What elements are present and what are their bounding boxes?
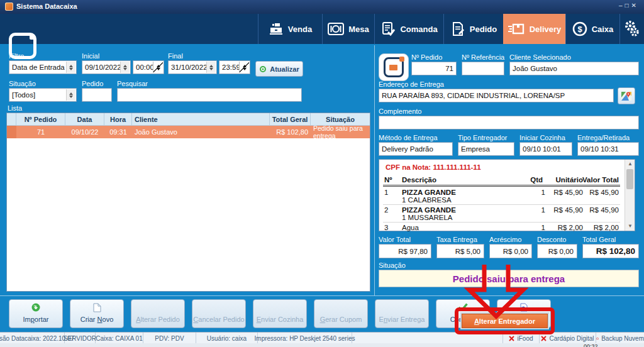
situacao-select[interactable]: [Todos] — [9, 88, 77, 102]
item-desc: PIZZA GRANDE — [402, 189, 456, 196]
col-data[interactable]: Data — [65, 113, 104, 126]
iniciar-cozinha-field[interactable]: 09/10 10:01 — [519, 142, 572, 156]
tab-delivery[interactable]: Delivery — [503, 14, 565, 44]
dollar-circle-icon: $ — [572, 21, 587, 36]
restore-icon[interactable]: □ — [625, 2, 631, 9]
tab-comanda[interactable]: Comanda — [374, 14, 443, 44]
cell-cliente[interactable]: João Gustavo — [132, 126, 270, 138]
time-spinner-icon[interactable] — [153, 62, 163, 73]
situacao-filter-value: [Todos] — [12, 91, 35, 99]
acrescimo-field: R$ 0,00 — [489, 244, 532, 258]
num-pedido-label: Nº Pedido — [411, 53, 442, 61]
referencia-field[interactable] — [462, 62, 504, 75]
status-usuario: Usuário: caixa — [196, 333, 258, 344]
criar-novo-button[interactable]: Criar Novo — [70, 299, 124, 328]
scroll-thumb[interactable] — [626, 169, 633, 189]
tab-caixa[interactable]: $ Caixa — [565, 14, 619, 44]
importar-button[interactable]: Importar — [9, 299, 63, 328]
iniciar-cozinha-label: Iniciar Cozinha — [519, 134, 565, 141]
metodo-label: Método de Entrega — [379, 134, 438, 141]
item-total: R$ 45,90 — [589, 189, 619, 196]
final-time-input[interactable]: 23:59 — [219, 60, 250, 74]
complemento-label: Complemento — [379, 107, 421, 115]
item-qtd: 1 — [541, 206, 545, 214]
cell-num-pedido[interactable]: 71 — [16, 126, 65, 138]
scroll-up-icon[interactable]: ▲ — [625, 160, 635, 168]
tab-mesa[interactable]: Mesa — [322, 14, 374, 44]
importar-label: Importar — [9, 316, 62, 323]
col-cliente[interactable]: Cliente — [132, 113, 270, 126]
num-pedido-field[interactable]: 71 — [411, 62, 457, 75]
tab-venda[interactable]: Venda — [258, 14, 322, 44]
col-hora[interactable]: Hora — [104, 113, 132, 126]
item-total: R$ 2,00 — [594, 224, 619, 231]
alterar-entregador-highlighted-button[interactable]: Alterar Entregador — [462, 314, 548, 328]
tab-label: Mesa — [348, 25, 369, 34]
endereco-label: Endereço de Entrega — [379, 80, 444, 88]
inicial-date-input[interactable]: 09/10/2022 — [82, 60, 131, 74]
title-bar: Sistema Datacaixa –□✕ — [0, 0, 644, 14]
endereco-field[interactable]: RUA PARAÍBA 893, CIDADE INDUSTRIAL, LORE… — [379, 89, 614, 102]
spinner-icon[interactable] — [66, 89, 75, 101]
final-label: Final — [168, 52, 183, 60]
enviar-cozinha-button[interactable]: Enviar Cozinha — [253, 299, 307, 328]
atualizar-label: Atualizar — [270, 65, 299, 73]
receipt-col-desc: Descrição — [402, 176, 436, 184]
clock-partial: 00:32 — [584, 343, 598, 347]
close-icon[interactable]: ✕ — [631, 2, 639, 9]
pesquisar-input[interactable] — [117, 88, 302, 102]
minimize-icon[interactable]: – — [619, 2, 625, 9]
tab-pedido[interactable]: Pedido — [443, 14, 503, 44]
inicial-time-input[interactable]: 00:00 — [133, 60, 164, 74]
metodo-field[interactable]: Delivery Padrão — [379, 142, 453, 156]
item-qtd: 1 — [541, 224, 545, 231]
open-map-button[interactable] — [618, 87, 635, 104]
col-situacao[interactable]: Situação — [311, 113, 370, 126]
receipt-col-qtd: Qtd — [530, 176, 543, 184]
delivery-box-icon — [508, 23, 525, 35]
status-spacer — [352, 333, 503, 344]
acrescimo-label: Acréscimo — [489, 236, 521, 243]
gerar-cupom-button[interactable]: Gerar Cupom — [314, 299, 368, 328]
cancelar-pedido-button[interactable]: Cancelar Pedido — [192, 299, 246, 328]
alterar-pedido-button[interactable]: Alterar Pedido — [131, 299, 185, 328]
cell-situacao[interactable]: Pedido saiu para entrega — [311, 126, 370, 138]
cliente-field[interactable]: João Gustavo — [509, 62, 639, 75]
order-logo-button[interactable] — [379, 53, 409, 81]
col-num-pedido[interactable]: Nº Pedido — [16, 113, 65, 126]
pedido-filter-input[interactable] — [82, 88, 112, 102]
enviar-cozinha-label: Enviar Cozinha — [253, 316, 306, 323]
new-document-icon — [93, 303, 101, 312]
status-pdv: PDV: PDV — [143, 333, 196, 344]
complemento-field[interactable] — [379, 116, 639, 129]
scroll-down-icon[interactable]: ▼ — [625, 222, 635, 231]
confirm-icon — [458, 303, 468, 311]
orders-list: Nº Pedido Data Hora Cliente Total Geral … — [6, 113, 370, 292]
filtro-select[interactable]: Data de Entrada — [9, 60, 77, 74]
time-spinner-icon[interactable] — [239, 62, 249, 73]
item-desc: Agua — [402, 224, 419, 231]
entrega-retirada-field[interactable]: 09/10 10:31 — [577, 142, 639, 156]
settings-button[interactable] — [619, 14, 644, 44]
spinner-icon[interactable] — [66, 62, 75, 73]
status-ifood: iFood — [503, 333, 540, 344]
final-date-input[interactable]: 31/10/2022 — [168, 60, 217, 74]
alterar-pedido-label: Alterar Pedido — [131, 316, 184, 323]
taxa-entrega-label: Taxa Entrega — [436, 236, 477, 243]
cell-data[interactable]: 09/10/22 — [65, 126, 104, 138]
atualizar-button[interactable]: Atualizar — [255, 61, 303, 77]
enviar-entrega-button[interactable]: Enviar Entrega — [375, 299, 429, 328]
row-rule — [383, 222, 620, 223]
cell-hora[interactable]: 09:31 — [104, 126, 132, 138]
inicial-label: Inicial — [82, 52, 99, 60]
cell-total[interactable]: R$ 102,80 — [270, 126, 311, 138]
item-unit: R$ 2,00 — [558, 224, 583, 231]
col-total-geral[interactable]: Total Geral — [270, 113, 311, 126]
receipt-scrollbar[interactable]: ▲ ▼ — [625, 160, 635, 231]
tipo-entregador-field[interactable]: Empresa — [458, 142, 514, 156]
refresh-icon — [259, 65, 267, 73]
spinner-icon[interactable] — [206, 62, 216, 73]
spinner-icon[interactable] — [120, 62, 130, 73]
grid-indicator-header — [7, 113, 16, 126]
row-indicator — [7, 126, 16, 138]
